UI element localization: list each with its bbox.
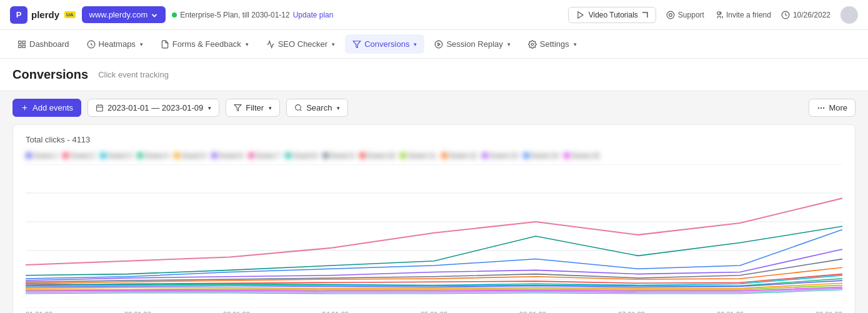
filter-button[interactable]: Filter ▾	[226, 99, 280, 117]
nav-seo[interactable]: SEO Checker ▾	[259, 34, 342, 54]
legend-dot	[482, 152, 488, 159]
x-axis-label: 07.01.23	[618, 311, 645, 313]
date-label: 10/26/2022	[793, 11, 831, 19]
topbar-left: P plerdy UA www.plerdy.com Enterprise-5 …	[10, 6, 333, 24]
legend-label: Event 4	[146, 152, 169, 159]
x-axis-label: 02.01.23	[124, 311, 151, 313]
chart-legend: Event 1Event 2Event 3Event 4Event 5Event…	[26, 152, 842, 159]
invite-label: Invite a friend	[726, 11, 771, 19]
nav-seo-label: SEO Checker	[278, 39, 327, 49]
legend-dot	[174, 152, 180, 159]
svg-rect-8	[22, 45, 25, 47]
legend-label: Event 1	[34, 152, 57, 159]
legend-label: Event 12	[450, 152, 477, 159]
svg-rect-16	[97, 105, 103, 111]
svg-marker-0	[578, 11, 583, 18]
legend-item: Event 7	[248, 152, 280, 159]
add-events-label: Add events	[32, 103, 73, 112]
svg-point-11	[436, 41, 443, 48]
domain-label: www.plerdy.com	[89, 10, 148, 19]
page-subtitle: Click event tracking	[98, 70, 169, 79]
svg-line-22	[300, 109, 301, 111]
legend-dot	[400, 152, 406, 159]
domain-button[interactable]: www.plerdy.com	[82, 6, 166, 23]
legend-item: Event 15	[564, 152, 599, 159]
nav-conversions-label: Conversions	[364, 39, 409, 49]
legend-label: Event 11	[409, 152, 436, 159]
search-label: Search	[306, 103, 332, 112]
avatar[interactable]	[841, 6, 858, 24]
nav-session-replay[interactable]: Session Replay ▾	[427, 34, 517, 54]
plan-dot	[172, 12, 177, 17]
legend-dot	[211, 152, 217, 159]
chart-title: Total clicks - 4113	[26, 135, 842, 144]
x-axis-label: 04.01.23	[322, 311, 349, 313]
legend-item: Event 12	[441, 152, 477, 159]
svg-point-21	[296, 105, 301, 111]
legend-dot	[248, 152, 254, 159]
more-label: More	[829, 103, 847, 112]
plan-link[interactable]: Update plan	[293, 11, 334, 19]
legend-label: Event 14	[532, 152, 559, 159]
svg-point-23	[818, 107, 819, 108]
legend-item: Event 9	[322, 152, 354, 159]
logo-ua: UA	[64, 11, 76, 18]
filter-label: Filter	[246, 103, 264, 112]
nav-conversions-chevron: ▾	[414, 41, 417, 47]
nav-dashboard[interactable]: Dashboard	[10, 34, 77, 54]
legend-item: Event 14	[523, 152, 559, 159]
nav-heatmaps[interactable]: Heatmaps ▾	[79, 34, 151, 54]
more-button[interactable]: More	[809, 99, 856, 117]
nav-heatmaps-chevron: ▾	[140, 41, 143, 47]
svg-marker-10	[353, 41, 361, 47]
nav-forms[interactable]: Forms & Feedback ▾	[153, 34, 256, 54]
nav-heatmaps-label: Heatmaps	[99, 39, 136, 49]
invite-item[interactable]: Invite a friend	[714, 11, 771, 19]
legend-label: Event 5	[182, 152, 206, 159]
x-axis-label: 03.01.23	[223, 311, 250, 313]
legend-item: Event 5	[174, 152, 206, 159]
legend-item: Event 3	[100, 152, 132, 159]
nav-settings[interactable]: Settings ▾	[521, 34, 584, 54]
nav-conversions[interactable]: Conversions ▾	[345, 34, 424, 54]
support-item[interactable]: Support	[666, 11, 704, 19]
legend-dot	[322, 152, 329, 159]
legend-label: Event 15	[572, 152, 599, 159]
svg-point-3	[717, 11, 721, 14]
nav-seo-chevron: ▾	[332, 41, 335, 47]
svg-marker-12	[438, 42, 441, 46]
svg-point-2	[669, 13, 672, 16]
x-axis-label: 01.01.23	[26, 311, 52, 313]
svg-rect-5	[19, 41, 21, 43]
svg-point-25	[823, 107, 824, 108]
mainnav: Dashboard Heatmaps ▾ Forms & Feedback ▾ …	[0, 30, 868, 59]
legend-label: Event 10	[368, 152, 395, 159]
legend-label: Event 3	[109, 152, 132, 159]
legend-item: Event 10	[359, 152, 395, 159]
legend-item: Event 6	[211, 152, 243, 159]
date-range-label: 2023-01-01 — 2023-01-09	[107, 103, 203, 112]
date-range-button[interactable]: 2023-01-01 — 2023-01-09 ▾	[87, 99, 219, 117]
legend-label: Event 6	[220, 152, 243, 159]
svg-rect-7	[19, 45, 21, 47]
nav-settings-label: Settings	[540, 39, 569, 49]
topbar: P plerdy UA www.plerdy.com Enterprise-5 …	[0, 0, 868, 30]
video-tutorials-button[interactable]: Video Tutorials	[568, 7, 656, 23]
legend-item: Event 4	[137, 152, 169, 159]
svg-marker-20	[234, 105, 241, 111]
x-axis-label: 06.01.23	[519, 311, 546, 313]
legend-label: Event 13	[491, 152, 517, 159]
legend-dot	[285, 152, 291, 159]
legend-item: Event 11	[400, 152, 436, 159]
page-title: Conversions	[12, 67, 88, 82]
legend-label: Event 2	[71, 152, 94, 159]
legend-item: Event 13	[482, 152, 517, 159]
search-button[interactable]: Search ▾	[286, 99, 348, 117]
date-item: 10/26/2022	[781, 11, 831, 19]
svg-point-13	[531, 43, 534, 46]
plan-text: Enterprise-5 Plan, till 2030-01-12	[180, 11, 289, 19]
add-events-button[interactable]: Add events	[12, 99, 81, 117]
chart-wrapper: 200 160 120 80 40 0	[26, 164, 842, 308]
logo-icon: P	[10, 6, 27, 24]
plan-badge: Enterprise-5 Plan, till 2030-01-12 Updat…	[172, 11, 333, 19]
